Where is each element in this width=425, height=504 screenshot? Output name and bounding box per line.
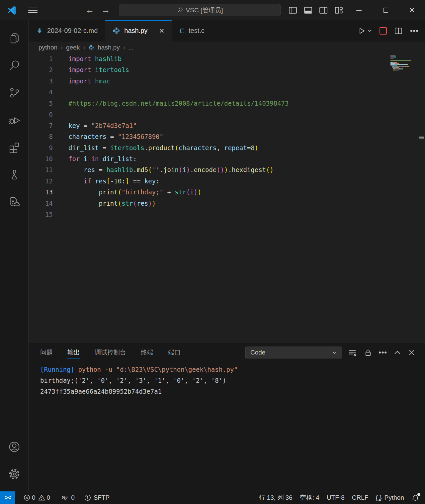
- breadcrumb: python › geek › hash.py › ...: [29, 42, 425, 53]
- language-mode[interactable]: { } Python: [372, 494, 408, 501]
- line-number: 2: [29, 64, 68, 75]
- panel-tab-output[interactable]: 输出: [67, 343, 80, 361]
- code-line[interactable]: 1import hashlib: [29, 53, 425, 64]
- more-actions-icon[interactable]: •••: [410, 27, 419, 35]
- remote-indicator[interactable]: ><: [0, 491, 15, 504]
- notifications-bell[interactable]: [408, 494, 425, 502]
- back-arrow-icon[interactable]: ←: [84, 0, 95, 20]
- explorer-icon[interactable]: [0, 25, 29, 52]
- output-channel-select[interactable]: Code: [245, 347, 342, 358]
- output-content[interactable]: [Running] python -u "d:\B23\VSC\python\g…: [29, 361, 425, 397]
- code-line[interactable]: 13 print("birthday;" + str(i)): [29, 187, 425, 198]
- close-panel-icon[interactable]: [407, 348, 416, 357]
- breadcrumb-item[interactable]: ...: [128, 44, 134, 51]
- code-line[interactable]: 5#https://blog.csdn.net/mails2008/articl…: [29, 98, 425, 109]
- lock-scroll-icon[interactable]: [363, 348, 373, 357]
- warning-icon: [38, 494, 45, 501]
- panel-tab-terminal[interactable]: 终端: [141, 343, 153, 361]
- encoding-status[interactable]: UTF-8: [323, 494, 348, 501]
- panel-tab-debug-console[interactable]: 调试控制台: [95, 343, 126, 361]
- command-center-search[interactable]: VSC [管理员]: [119, 4, 281, 16]
- forward-arrow-icon[interactable]: →: [100, 0, 111, 20]
- panel-more-actions-icon[interactable]: •••: [378, 348, 387, 357]
- run-python-button[interactable]: [357, 27, 372, 35]
- tab-2024-09-02-c-md[interactable]: 2024-09-02-c.md: [29, 20, 105, 42]
- menu-icon[interactable]: [28, 0, 38, 20]
- maximize-button[interactable]: [376, 0, 395, 20]
- output-line[interactable]: birthday;('2', '0', '2', '3', '1', '0', …: [40, 375, 425, 386]
- ports-status[interactable]: 0: [57, 491, 78, 504]
- breadcrumb-separator: ›: [61, 44, 63, 51]
- code-line[interactable]: 14 print(str(res)): [29, 198, 425, 209]
- sftp-explorer-icon[interactable]: [0, 188, 29, 215]
- code-line[interactable]: 15: [29, 209, 425, 220]
- panel-tab-problems[interactable]: 问题: [40, 343, 53, 361]
- maximize-panel-icon[interactable]: [393, 348, 402, 357]
- chevron-down-icon: [367, 28, 372, 33]
- code-line[interactable]: 10for i in dir_list:: [29, 153, 425, 164]
- code-line[interactable]: 7key = "2b74d3e7a1": [29, 120, 425, 131]
- remote-icon: ><: [5, 494, 11, 501]
- search-icon: [177, 7, 183, 13]
- extensions-icon[interactable]: [0, 134, 29, 161]
- code-line[interactable]: 4: [29, 87, 425, 98]
- overview-ruler[interactable]: [418, 53, 425, 343]
- breadcrumb-item[interactable]: python: [39, 44, 57, 51]
- toggle-sidebar-icon[interactable]: [285, 0, 300, 20]
- minimap[interactable]: [390, 55, 416, 72]
- line-number: 4: [29, 87, 68, 98]
- toggle-secondary-sidebar-icon[interactable]: [316, 0, 331, 20]
- problems-status[interactable]: 0 0: [20, 491, 54, 504]
- breadcrumb-item[interactable]: hash.py: [98, 44, 120, 51]
- line-number: 14: [29, 198, 68, 209]
- tab-label: hash.py: [124, 27, 147, 35]
- output-line[interactable]: [Running] python -u "d:\B23\VSC\python\g…: [40, 364, 425, 375]
- tab-test-c[interactable]: C test.c: [172, 20, 212, 42]
- source-control-icon[interactable]: [0, 79, 29, 106]
- testing-icon[interactable]: [0, 161, 29, 188]
- output-line[interactable]: 2473ff35a9ae66a24b89952b74d3e7a1: [40, 386, 425, 397]
- code-line[interactable]: 6: [29, 109, 425, 120]
- code-line[interactable]: 8characters = "1234567890": [29, 131, 425, 142]
- status-bar: >< 0 0 0 SFTP 行 13, 列 36 空格: 4 UTF-8 CRL…: [0, 491, 425, 504]
- accounts-icon[interactable]: [0, 433, 29, 460]
- indent-guide: [84, 187, 84, 209]
- toggle-panel-icon[interactable]: [300, 0, 316, 20]
- output-channel-value: Code: [250, 349, 265, 356]
- search-sidebar-icon[interactable]: [0, 52, 29, 79]
- editor-tabbar: 2024-09-02-c.md hash.py ✕ C test.c: [29, 20, 425, 42]
- customize-layout-icon[interactable]: [331, 0, 346, 20]
- indentation-status[interactable]: 空格: 4: [296, 493, 323, 502]
- cursor-position[interactable]: 行 13, 列 36: [255, 493, 296, 502]
- code-line[interactable]: 3import hmac: [29, 76, 425, 87]
- tab-label: 2024-09-02-c.md: [47, 27, 98, 35]
- panel-tab-ports[interactable]: 端口: [168, 343, 181, 361]
- close-tab-icon[interactable]: ✕: [159, 27, 164, 35]
- line-number: 11: [29, 164, 68, 175]
- stop-button[interactable]: [380, 27, 387, 35]
- eol-status[interactable]: CRLF: [348, 494, 372, 501]
- tab-hash-py[interactable]: hash.py ✕: [105, 20, 172, 42]
- code-line[interactable]: 12 if res[-10:] == key:: [29, 176, 425, 187]
- tab-label: test.c: [189, 27, 205, 35]
- settings-gear-icon[interactable]: [0, 460, 29, 488]
- markdown-file-icon: [36, 27, 43, 35]
- minimize-button[interactable]: ─: [349, 0, 369, 20]
- breadcrumb-separator: ›: [123, 44, 125, 51]
- run-debug-icon[interactable]: [0, 106, 29, 134]
- code-line[interactable]: 9dir_list = itertools.product(characters…: [29, 143, 425, 153]
- line-number: 15: [29, 209, 68, 220]
- clear-output-icon[interactable]: [348, 348, 357, 357]
- line-number: 7: [29, 120, 68, 131]
- bottom-panel: 问题 输出 调试控制台 终端 端口 Code •••: [29, 343, 425, 491]
- line-number: 5: [29, 98, 68, 109]
- sftp-status[interactable]: SFTP: [80, 491, 114, 504]
- code-editor[interactable]: 1import hashlib2import itertools3import …: [29, 53, 425, 343]
- close-window-button[interactable]: ✕: [402, 0, 422, 20]
- code-line[interactable]: 11 res = hashlib.md5(''.join(i).encode()…: [29, 164, 425, 175]
- activity-bar: [0, 20, 29, 491]
- breadcrumb-item[interactable]: geek: [66, 44, 80, 51]
- breadcrumb-separator: ›: [83, 44, 85, 51]
- code-line[interactable]: 2import itertools: [29, 64, 425, 75]
- split-editor-icon[interactable]: [394, 27, 403, 35]
